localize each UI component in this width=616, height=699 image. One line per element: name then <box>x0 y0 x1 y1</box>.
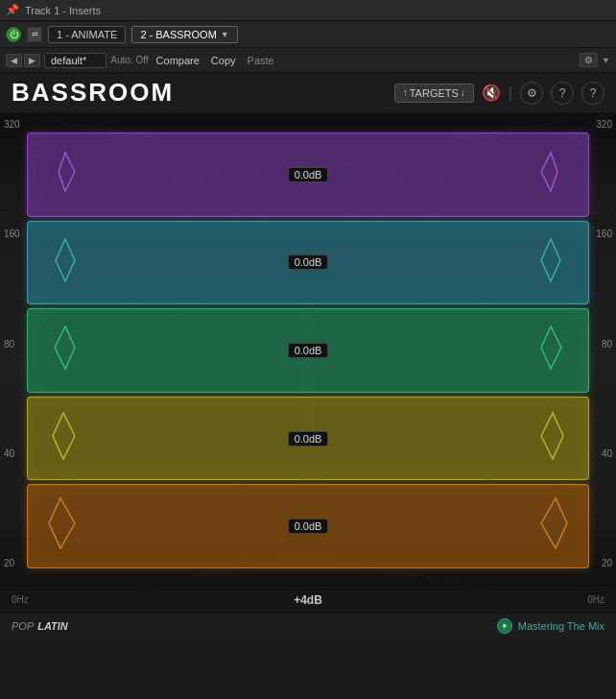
preset-navigation: ◀ ▶ <box>6 54 40 67</box>
power-button[interactable]: ⏻ <box>6 27 21 42</box>
freq-label-320-right: 320 <box>596 119 612 130</box>
band-yellow[interactable]: 0.0dB <box>27 397 589 481</box>
preset-next-button[interactable]: ▶ <box>24 54 40 67</box>
plugin-bar: ⏻ ⇄ 1 - ANIMATE 2 - BASSROOM ▼ <box>0 21 616 48</box>
freq-label-320-left: 320 <box>4 119 20 130</box>
preset-dropdown-arrow-icon: ▼ <box>602 56 610 65</box>
band-teal-wave-right <box>536 222 584 299</box>
info-button[interactable]: ? <box>581 82 604 105</box>
freq-label-20-right: 20 <box>596 558 612 568</box>
mastering-label: Mastering The Mix <box>518 620 604 632</box>
footer: POP LATIN ● Mastering The Mix <box>0 613 616 638</box>
pin-icon[interactable]: 📌 <box>6 4 19 16</box>
plugin-slot-1[interactable]: 1 - ANIMATE <box>48 26 126 43</box>
title-bar: 📌 Track 1 - Inserts <box>0 0 616 21</box>
speaker-icon[interactable]: 🔇 <box>482 84 501 102</box>
band-yellow-wave-left <box>32 398 80 474</box>
routing-button[interactable]: ⇄ <box>27 27 42 42</box>
main-visualizer: 320 160 80 40 20 320 160 80 40 20 0.0dB <box>0 113 616 613</box>
band-green[interactable]: 0.0dB <box>27 308 589 393</box>
dropdown-arrow-icon: ▼ <box>221 30 229 39</box>
freq-labels-right: 320 160 80 40 20 <box>596 113 612 574</box>
freq-label-160-right: 160 <box>596 229 612 239</box>
preset-prev-button[interactable]: ◀ <box>6 54 22 67</box>
bottom-center-label: +4dB <box>294 593 322 607</box>
freq-label-80-left: 80 <box>4 339 20 350</box>
band-teal-wave-left <box>32 222 80 299</box>
plugin-slot-2-label: 2 - BASSROOM <box>140 29 216 40</box>
bands-container: 0.0dB 0.0dB 0.0dB <box>27 131 589 570</box>
targets-label: TARGETS <box>410 87 459 99</box>
bottom-bar: 0Hz +4dB 0Hz <box>0 586 616 613</box>
footer-left: POP LATIN <box>12 620 68 632</box>
freq-label-40-right: 40 <box>596 448 612 459</box>
band-green-wave-left <box>32 309 80 386</box>
band-teal-label: 0.0dB <box>288 254 329 270</box>
band-teal[interactable]: 0.0dB <box>27 221 589 305</box>
targets-button[interactable]: ↑ TARGETS ↓ <box>394 84 474 103</box>
band-orange-wave-right <box>536 485 584 562</box>
freq-label-20-left: 20 <box>4 558 20 568</box>
bottom-left-label: 0Hz <box>12 594 29 605</box>
band-purple[interactable]: 0.0dB <box>27 133 589 217</box>
auto-label: Auto: Off <box>110 55 148 65</box>
mastering-icon: ● <box>497 618 512 634</box>
band-purple-wave-left <box>32 133 80 210</box>
window-title: Track 1 - Inserts <box>25 5 610 16</box>
band-yellow-wave-right <box>536 398 584 474</box>
preset-bar: ◀ ▶ default* Auto: Off Compare Copy Past… <box>0 48 616 73</box>
band-purple-wave-right <box>536 133 584 210</box>
genre-latin-label: LATIN <box>37 620 68 632</box>
preset-gear-button[interactable]: ⚙ <box>580 53 598 67</box>
band-orange-wave-left <box>32 485 80 562</box>
band-green-wave-right <box>536 309 584 386</box>
copy-button[interactable]: Copy <box>207 54 240 67</box>
band-green-label: 0.0dB <box>288 343 329 358</box>
header-right: ↑ TARGETS ↓ 🔇 | ⚙ ? ? <box>394 82 604 105</box>
settings-button[interactable]: ⚙ <box>520 82 543 105</box>
band-orange[interactable]: 0.0dB <box>27 484 589 568</box>
freq-label-40-left: 40 <box>4 448 20 459</box>
bottom-right-label: 0Hz <box>587 594 604 605</box>
freq-label-160-left: 160 <box>4 229 20 239</box>
paste-button[interactable]: Paste <box>244 54 278 67</box>
plugin-name: BASSROOM <box>12 78 174 108</box>
targets-right-arrow-icon: ↓ <box>461 87 465 98</box>
plugin-slot-2[interactable]: 2 - BASSROOM ▼ <box>131 26 237 43</box>
preset-bar-right: ⚙ ▼ <box>580 53 610 67</box>
compare-button[interactable]: Compare <box>153 54 203 67</box>
band-orange-label: 0.0dB <box>288 518 329 534</box>
preset-name-field[interactable]: default* <box>44 53 107 68</box>
mastering-link[interactable]: ● Mastering The Mix <box>497 618 604 634</box>
band-yellow-label: 0.0dB <box>288 431 329 446</box>
help-button[interactable]: ? <box>551 82 574 105</box>
band-purple-label: 0.0dB <box>288 167 329 182</box>
genre-pop-label: POP <box>12 620 34 632</box>
freq-labels-left: 320 160 80 40 20 <box>4 113 20 574</box>
plugin-header: BASSROOM ↑ TARGETS ↓ 🔇 | ⚙ ? ? <box>0 73 616 113</box>
freq-label-80-right: 80 <box>596 339 612 350</box>
divider: | <box>509 84 512 102</box>
targets-left-arrow-icon: ↑ <box>403 87 408 98</box>
